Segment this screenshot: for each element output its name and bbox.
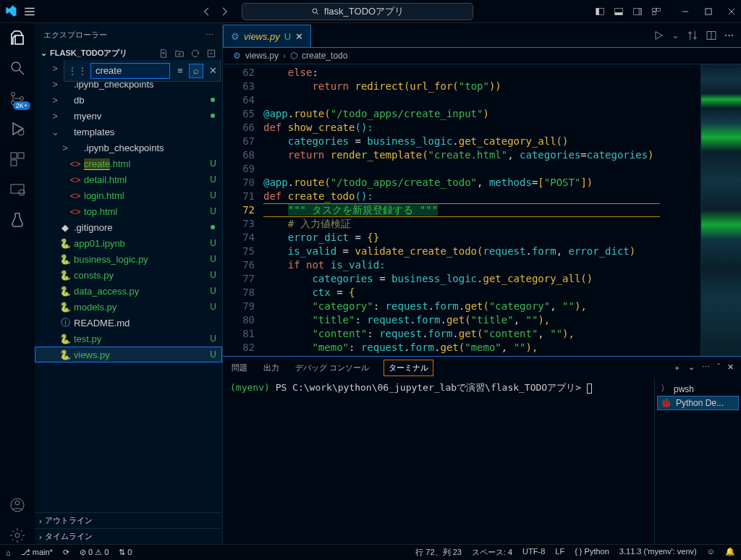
git-badge: U bbox=[210, 206, 216, 216]
html-icon: <> bbox=[69, 190, 81, 201]
git-badge: U bbox=[210, 302, 216, 312]
folder-row[interactable]: ⌄templates bbox=[35, 124, 222, 140]
file-row[interactable]: 🐍models.pyU bbox=[35, 299, 222, 315]
nav-forward-icon[interactable] bbox=[219, 6, 230, 17]
indent-status[interactable]: スペース: 4 bbox=[472, 547, 512, 558]
outline-section[interactable]: ›アウトライン bbox=[35, 512, 222, 528]
panel-close-icon[interactable]: ✕ bbox=[727, 362, 734, 373]
folder-row[interactable]: >myenv bbox=[35, 108, 222, 124]
file-row[interactable]: 🐍data_access.pyU bbox=[35, 283, 222, 299]
terminal-item-python[interactable]: 🐞 Python De... bbox=[658, 396, 738, 410]
debug-console-tab[interactable]: デバッグ コンソール bbox=[294, 360, 370, 376]
tab-close-icon[interactable]: ✕ bbox=[295, 31, 303, 42]
nav-back-icon[interactable] bbox=[201, 6, 213, 17]
customize-layout-icon[interactable] bbox=[651, 7, 661, 17]
remote-activity[interactable] bbox=[9, 181, 26, 198]
tab-views-py[interactable]: ⚙ views.py U ✕ bbox=[223, 25, 311, 47]
panel-more-icon[interactable]: ⋯ bbox=[702, 362, 710, 373]
folder-row[interactable]: >db bbox=[35, 92, 222, 108]
eol-status[interactable]: LF bbox=[555, 547, 564, 558]
settings-activity[interactable] bbox=[9, 527, 26, 544]
lang-status[interactable]: { } Python bbox=[575, 547, 609, 558]
feedback-icon[interactable]: ☺ bbox=[707, 547, 715, 558]
breadcrumb[interactable]: ⚙ views.py › ⬡ create_todo bbox=[223, 48, 741, 64]
sidebar-title: エクスプローラー bbox=[43, 30, 107, 41]
command-center[interactable]: flask_TODOアプリ bbox=[242, 3, 473, 20]
editor-group: ⚙ views.py U ✕ ⌄ ⋯ ⚙ views.py › ⬡ create… bbox=[223, 23, 741, 544]
file-row[interactable]: <>login.htmlU bbox=[35, 187, 222, 203]
remote-status[interactable]: ⌂ bbox=[6, 548, 11, 557]
ports-status[interactable]: ⇅ 0 bbox=[119, 548, 132, 557]
terminal-content[interactable]: (myenv) PS C:\work\python\06_jupyter_lab… bbox=[223, 378, 654, 544]
find-close-icon[interactable]: ✕ bbox=[209, 65, 217, 76]
branch-status[interactable]: ⎇ main* bbox=[21, 548, 53, 557]
new-terminal-icon[interactable]: ＋ bbox=[673, 362, 681, 373]
file-name: detail.html bbox=[84, 174, 127, 185]
git-badge: U bbox=[210, 158, 216, 169]
refresh-icon[interactable] bbox=[190, 48, 200, 59]
code-area[interactable]: else: return redirect(url_for("top")) @a… bbox=[263, 64, 700, 356]
diff-icon[interactable] bbox=[687, 30, 698, 41]
new-file-icon[interactable] bbox=[158, 48, 169, 59]
notifications-icon[interactable]: 🔔 bbox=[725, 547, 735, 558]
find-input[interactable] bbox=[90, 63, 170, 79]
new-folder-icon[interactable] bbox=[174, 48, 185, 59]
run-debug-activity[interactable] bbox=[9, 120, 26, 137]
file-name: .ipynb_checkpoints bbox=[84, 143, 164, 153]
problems-tab[interactable]: 問題 bbox=[230, 360, 249, 376]
sync-status[interactable]: ⟳ bbox=[63, 548, 69, 557]
source-control-activity[interactable]: 2K+ bbox=[9, 90, 26, 107]
panel-maximize-icon[interactable]: ˆ bbox=[717, 362, 720, 373]
project-header[interactable]: ⌄ FLASK_TODOアプリ bbox=[35, 46, 222, 60]
git-badge: U bbox=[210, 334, 216, 344]
file-row[interactable]: ◆.gitignore bbox=[35, 219, 222, 235]
terminal-tab[interactable]: ターミナル bbox=[384, 360, 433, 376]
more-icon[interactable]: ⋯ bbox=[724, 30, 734, 41]
encoding-status[interactable]: UTF-8 bbox=[522, 547, 545, 558]
explorer-activity[interactable] bbox=[9, 29, 26, 46]
timeline-section[interactable]: ›タイムライン bbox=[35, 528, 222, 544]
terminal-item-pwsh[interactable]: 〉 pwsh bbox=[658, 381, 738, 396]
testing-activity[interactable] bbox=[9, 211, 26, 229]
git-badge: U bbox=[210, 174, 216, 184]
file-row[interactable]: 🐍app01.ipynbU bbox=[35, 235, 222, 251]
layout-bottom-icon[interactable] bbox=[614, 7, 624, 17]
sidebar-more-icon[interactable]: ⋯ bbox=[206, 30, 213, 40]
output-tab[interactable]: 出力 bbox=[262, 360, 281, 376]
file-row[interactable]: <>top.htmlU bbox=[35, 203, 222, 219]
file-row[interactable]: 🐍views.pyU bbox=[35, 347, 222, 362]
file-row[interactable]: 🐍consts.pyU bbox=[35, 267, 222, 283]
fuzzy-icon[interactable]: ⌕ bbox=[189, 64, 203, 78]
layout-left-icon[interactable] bbox=[595, 7, 605, 17]
minimap[interactable] bbox=[700, 64, 741, 356]
file-row[interactable]: <>create.htmlU bbox=[35, 156, 222, 171]
file-name: top.html bbox=[84, 206, 117, 217]
menu-icon[interactable] bbox=[23, 5, 36, 18]
file-row[interactable]: <>detail.htmlU bbox=[35, 171, 222, 187]
grip-icon[interactable]: ⋮⋮ bbox=[67, 65, 88, 77]
file-row[interactable]: 🐍test.pyU bbox=[35, 331, 222, 347]
filter-icon[interactable]: ≡ bbox=[173, 64, 187, 78]
python-env-status[interactable]: 3.11.3 ('myenv': venv) bbox=[619, 547, 697, 558]
minimize-icon[interactable] bbox=[680, 7, 690, 17]
command-center-text: flask_TODOアプリ bbox=[324, 5, 404, 18]
svg-rect-8 bbox=[657, 8, 661, 11]
close-icon[interactable] bbox=[727, 7, 737, 17]
editor[interactable]: 6263646566676869707172737475767778798081… bbox=[223, 64, 741, 356]
py-icon: 🐍 bbox=[59, 334, 71, 344]
search-activity[interactable] bbox=[9, 59, 26, 77]
layout-right-icon[interactable] bbox=[632, 7, 643, 17]
terminal-dropdown-icon[interactable]: ⌄ bbox=[688, 362, 695, 373]
extensions-activity[interactable] bbox=[9, 150, 26, 168]
accounts-activity[interactable] bbox=[9, 496, 26, 514]
run-icon[interactable] bbox=[653, 30, 664, 41]
git-dot bbox=[211, 114, 215, 118]
maximize-icon[interactable] bbox=[703, 7, 714, 17]
errors-status[interactable]: ⊘ 0 ⚠ 0 bbox=[80, 548, 109, 557]
folder-row[interactable]: >.ipynb_checkpoints bbox=[35, 140, 222, 156]
collapse-icon[interactable] bbox=[206, 48, 216, 59]
cursor-position[interactable]: 行 72、列 23 bbox=[415, 547, 462, 558]
split-icon[interactable] bbox=[706, 30, 717, 41]
file-row[interactable]: 🐍business_logic.pyU bbox=[35, 251, 222, 267]
file-row[interactable]: ⓘREADME.md bbox=[35, 315, 222, 331]
